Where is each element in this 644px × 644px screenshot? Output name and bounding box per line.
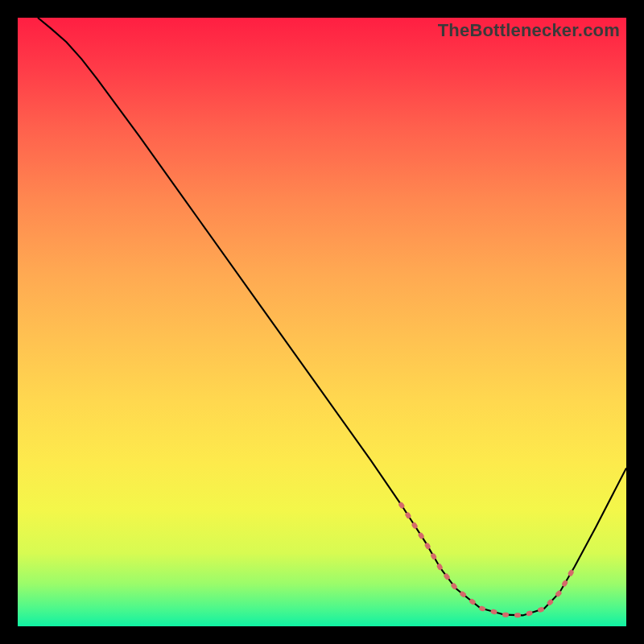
chart-plot xyxy=(18,18,626,626)
curve-line xyxy=(38,18,626,615)
chart-frame: TheBottlenecker.com xyxy=(18,18,626,626)
marker-dots xyxy=(401,505,574,616)
